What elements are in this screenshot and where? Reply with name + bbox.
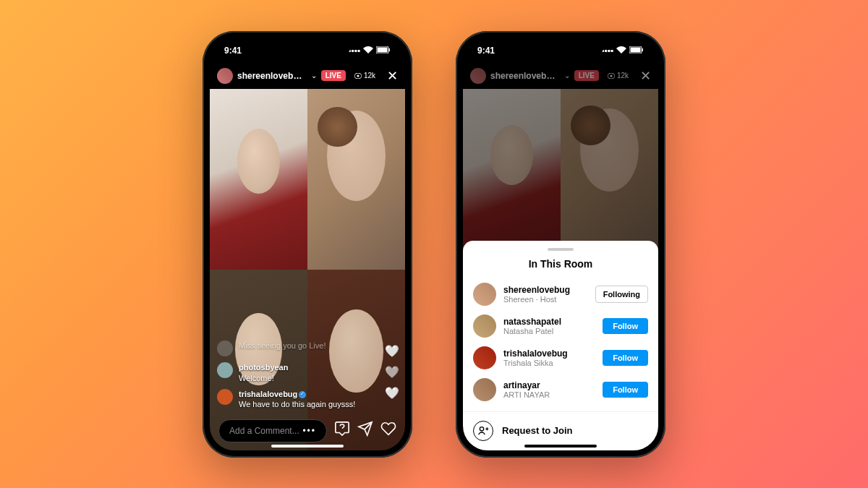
svg-point-9 <box>610 74 612 77</box>
question-icon[interactable] <box>334 421 350 440</box>
video-tile-2[interactable] <box>561 89 658 255</box>
comment-input[interactable]: Add a Comment... ••• <box>218 419 327 442</box>
status-bar: 9:41 ▪▪▪▪ <box>210 38 405 63</box>
heart-icon: 🤍 <box>385 365 399 379</box>
member-row[interactable]: trishalalovebugTrishala Sikka Follow <box>463 342 658 374</box>
home-indicator[interactable] <box>524 445 597 448</box>
svg-rect-6 <box>631 47 641 52</box>
chevron-down-icon[interactable]: ⌄ <box>564 72 570 80</box>
comments-feed: Miss seeing you go Live! photosbyeanWelc… <box>217 335 362 409</box>
signal-icon: ▪▪▪▪ <box>348 46 360 56</box>
comment-item[interactable]: trishalalovebugWe have to do this again … <box>217 389 362 410</box>
wifi-icon <box>616 46 626 56</box>
avatar[interactable] <box>473 283 496 306</box>
video-tile-2[interactable] <box>307 89 405 270</box>
following-button[interactable]: Following <box>595 286 648 303</box>
wifi-icon <box>363 46 373 56</box>
chevron-down-icon[interactable]: ⌄ <box>311 72 317 80</box>
sheet-handle[interactable] <box>548 248 574 251</box>
svg-point-4 <box>357 74 359 77</box>
member-row[interactable]: shereenlovebugShereen · Host Following <box>463 278 658 310</box>
member-row[interactable]: artinayarARTI NAYAR Follow <box>463 374 658 406</box>
viewer-count-badge[interactable]: 12k <box>603 70 633 81</box>
live-header: shereenlovebug, n... ⌄ LIVE 12k ✕ <box>210 64 405 87</box>
host-username[interactable]: shereenlovebug, n... <box>237 71 307 81</box>
more-icon[interactable]: ••• <box>302 426 316 436</box>
follow-button[interactable]: Follow <box>603 350 648 366</box>
follow-button[interactable]: Follow <box>603 382 648 398</box>
host-username[interactable]: shereenlovebug, n... <box>490 71 560 81</box>
svg-rect-7 <box>642 48 644 51</box>
status-time: 9:41 <box>477 46 495 56</box>
live-badge: LIVE <box>574 70 599 81</box>
sheet-title: In This Room <box>463 258 658 270</box>
request-join-icon <box>473 421 493 441</box>
svg-rect-1 <box>378 47 388 52</box>
comment-item[interactable]: photosbyeanWelcome! <box>217 362 362 383</box>
video-grid <box>463 89 658 251</box>
signal-icon: ▪▪▪▪ <box>601 46 613 56</box>
request-join-label: Request to Join <box>502 425 573 436</box>
avatar[interactable] <box>473 314 496 338</box>
verified-icon <box>299 391 306 398</box>
live-badge: LIVE <box>321 70 346 81</box>
avatar[interactable] <box>473 346 496 369</box>
viewer-count-badge[interactable]: 12k <box>350 70 380 81</box>
heart-icon: 🤍 <box>385 344 399 358</box>
svg-point-10 <box>480 427 483 430</box>
battery-icon <box>629 46 644 56</box>
reactions-column: 🤍 🤍 🤍 <box>385 337 399 400</box>
heart-icon: 🤍 <box>385 386 399 400</box>
video-tile-1[interactable] <box>463 89 561 255</box>
follow-button[interactable]: Follow <box>603 318 648 334</box>
room-sheet[interactable]: In This Room shereenlovebugShereen · Hos… <box>463 241 658 450</box>
close-icon[interactable]: ✕ <box>387 68 398 84</box>
video-tile-1[interactable] <box>210 89 307 270</box>
phone-right: 9:41 ▪▪▪▪ shereenlovebug, n... ⌄ LIVE 12… <box>456 31 665 458</box>
member-row[interactable]: natasshapatelNatasha Patel Follow <box>463 310 658 342</box>
svg-rect-2 <box>389 48 391 51</box>
live-header: shereenlovebug, n... ⌄ LIVE 12k ✕ <box>463 64 658 87</box>
comment-item[interactable]: Miss seeing you go Live! <box>217 341 362 356</box>
share-icon[interactable] <box>357 421 373 440</box>
avatar[interactable] <box>473 378 496 401</box>
phone-left: 9:41 ▪▪▪▪ shereenlovebug, n... ⌄ LIVE 12… <box>203 31 412 458</box>
home-indicator[interactable] <box>271 445 344 448</box>
close-icon[interactable]: ✕ <box>640 68 651 84</box>
host-avatar[interactable] <box>470 68 486 84</box>
heart-icon[interactable] <box>380 421 396 440</box>
battery-icon <box>376 46 391 56</box>
host-avatar[interactable] <box>217 68 233 84</box>
status-bar: 9:41 ▪▪▪▪ <box>463 38 658 63</box>
status-time: 9:41 <box>224 46 242 56</box>
